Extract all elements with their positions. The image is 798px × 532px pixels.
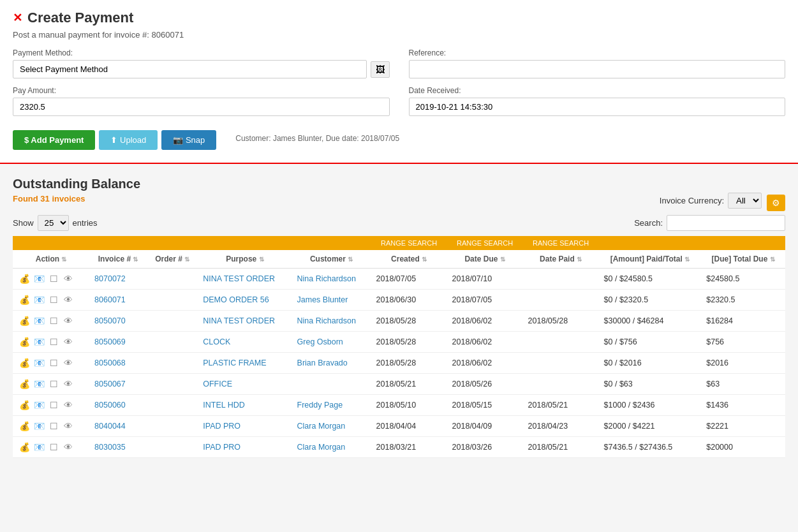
view-icon[interactable]: 👁 bbox=[62, 294, 75, 306]
action-buttons: $ Add Payment ⬆ Upload 📷 Snap bbox=[13, 130, 216, 150]
snap-button[interactable]: 📷 Snap bbox=[161, 130, 216, 150]
view-icon[interactable]: 👁 bbox=[62, 441, 75, 453]
purpose-link[interactable]: NINA TEST ORDER bbox=[203, 316, 275, 325]
customer-link[interactable]: Clara Morgan bbox=[297, 443, 346, 452]
action-cell: 💰 📧 ☐ 👁 bbox=[13, 269, 89, 290]
customer-link[interactable]: Nina Richardson bbox=[297, 316, 356, 325]
customer-link[interactable]: Brian Bravado bbox=[297, 358, 348, 367]
email-icon[interactable]: 📧 bbox=[33, 378, 45, 390]
total-due-cell: $24580.5 bbox=[701, 269, 785, 290]
invoice-link[interactable]: 8050068 bbox=[94, 358, 126, 367]
pay-icon[interactable]: 💰 bbox=[18, 357, 31, 369]
table-row: 💰 📧 ☐ 👁 8050060 INTEL HDD Freddy Page 20… bbox=[13, 395, 785, 416]
email-icon[interactable]: 📧 bbox=[33, 357, 45, 369]
invoice-link[interactable]: 8050069 bbox=[94, 337, 126, 346]
pay-icon[interactable]: 💰 bbox=[18, 273, 31, 284]
checkbox-icon[interactable]: ☐ bbox=[47, 441, 60, 453]
checkbox-icon[interactable]: ☐ bbox=[47, 420, 60, 432]
purpose-link[interactable]: CLOCK bbox=[203, 337, 230, 346]
view-icon[interactable]: 👁 bbox=[62, 420, 75, 432]
paid-total-cell: $2000 / $4221 bbox=[599, 416, 702, 437]
col-purpose[interactable]: Purpose ⇅ bbox=[198, 250, 292, 269]
invoice-link[interactable]: 8050067 bbox=[94, 380, 126, 388]
action-cell: 💰 📧 ☐ 👁 bbox=[13, 353, 89, 374]
paid-total-cell: $0 / $24580.5 bbox=[599, 269, 702, 290]
customer-cell: Clara Morgan bbox=[292, 416, 371, 437]
checkbox-icon[interactable]: ☐ bbox=[47, 399, 60, 411]
dollar-icon: $ bbox=[24, 135, 31, 145]
invoice-link[interactable]: 8060071 bbox=[94, 295, 126, 304]
pay-icon[interactable]: 💰 bbox=[18, 294, 31, 306]
reference-input[interactable] bbox=[409, 60, 786, 78]
view-icon[interactable]: 👁 bbox=[62, 357, 75, 369]
currency-select[interactable]: All bbox=[728, 193, 762, 209]
col-order[interactable]: Order # ⇅ bbox=[147, 250, 198, 269]
email-icon[interactable]: 📧 bbox=[33, 336, 45, 348]
email-icon[interactable]: 📧 bbox=[33, 399, 45, 411]
checkbox-icon[interactable]: ☐ bbox=[47, 378, 60, 390]
created-cell: 2018/05/21 bbox=[371, 374, 447, 395]
email-icon[interactable]: 📧 bbox=[33, 441, 45, 453]
purpose-link[interactable]: INTEL HDD bbox=[203, 401, 245, 410]
purpose-link[interactable]: NINA TEST ORDER bbox=[203, 274, 275, 283]
invoice-cell: 8050067 bbox=[89, 374, 147, 395]
add-payment-button[interactable]: $ Add Payment bbox=[13, 130, 95, 150]
col-date-paid[interactable]: Date Paid ⇅ bbox=[523, 250, 599, 269]
invoice-link[interactable]: 8070072 bbox=[94, 274, 126, 283]
email-icon[interactable]: 📧 bbox=[33, 420, 45, 432]
purpose-link[interactable]: OFFICE bbox=[203, 380, 232, 388]
close-icon[interactable]: ✕ bbox=[13, 11, 22, 25]
view-icon[interactable]: 👁 bbox=[62, 399, 75, 411]
col-invoice[interactable]: Invoice # ⇅ bbox=[89, 250, 147, 269]
col-date-due[interactable]: Date Due ⇅ bbox=[447, 250, 523, 269]
col-paid-total[interactable]: [Amount] Paid/Total ⇅ bbox=[599, 250, 702, 269]
pay-icon[interactable]: 💰 bbox=[18, 378, 31, 390]
pay-icon[interactable]: 💰 bbox=[18, 441, 31, 453]
view-icon[interactable]: 👁 bbox=[62, 273, 75, 284]
checkbox-icon[interactable]: ☐ bbox=[47, 273, 60, 284]
checkbox-icon[interactable]: ☐ bbox=[47, 357, 60, 369]
customer-link[interactable]: Clara Morgan bbox=[297, 422, 346, 431]
customer-link[interactable]: Nina Richardson bbox=[297, 274, 356, 283]
date-received-input[interactable] bbox=[409, 98, 786, 116]
col-customer[interactable]: Customer ⇅ bbox=[292, 250, 371, 269]
payment-method-select-row: Select Payment Method 🖼 bbox=[13, 60, 390, 78]
invoice-link[interactable]: 8040044 bbox=[94, 422, 126, 431]
email-icon[interactable]: 📧 bbox=[33, 273, 45, 284]
buttons-customer-row: $ Add Payment ⬆ Upload 📷 Snap Customer: … bbox=[13, 124, 785, 150]
purpose-link[interactable]: IPAD PRO bbox=[203, 422, 240, 431]
upload-button[interactable]: ⬆ Upload bbox=[99, 130, 158, 150]
view-icon[interactable]: 👁 bbox=[62, 378, 75, 390]
created-cell: 2018/05/10 bbox=[371, 395, 447, 416]
view-icon[interactable]: 👁 bbox=[62, 315, 75, 327]
checkbox-icon[interactable]: ☐ bbox=[47, 336, 60, 348]
pay-icon[interactable]: 💰 bbox=[18, 399, 31, 411]
settings-button[interactable]: ⚙ bbox=[767, 195, 785, 211]
invoice-link[interactable]: 8030035 bbox=[94, 443, 126, 452]
entries-select[interactable]: 25 bbox=[38, 215, 69, 231]
customer-link[interactable]: James Blunter bbox=[297, 295, 348, 304]
payment-method-select[interactable]: Select Payment Method bbox=[13, 60, 367, 78]
purpose-link[interactable]: IPAD PRO bbox=[203, 443, 240, 452]
email-icon[interactable]: 📧 bbox=[33, 294, 45, 306]
purpose-link[interactable]: DEMO ORDER 56 bbox=[203, 295, 269, 304]
customer-link[interactable]: Greg Osborn bbox=[297, 337, 343, 346]
col-created[interactable]: Created ⇅ bbox=[371, 250, 447, 269]
table-row: 💰 📧 ☐ 👁 8050069 CLOCK Greg Osborn 2018/0… bbox=[13, 332, 785, 353]
pay-icon[interactable]: 💰 bbox=[18, 336, 31, 348]
view-icon[interactable]: 👁 bbox=[62, 336, 75, 348]
checkbox-icon[interactable]: ☐ bbox=[47, 294, 60, 306]
pay-icon[interactable]: 💰 bbox=[18, 420, 31, 432]
date-paid-cell bbox=[523, 374, 599, 395]
invoice-link[interactable]: 8050070 bbox=[94, 316, 126, 325]
search-input[interactable] bbox=[667, 215, 785, 231]
pay-amount-input[interactable] bbox=[13, 98, 390, 116]
customer-link[interactable]: Freddy Page bbox=[297, 401, 343, 410]
col-total-due[interactable]: [Due] Total Due ⇅ bbox=[701, 250, 785, 269]
invoice-link[interactable]: 8050060 bbox=[94, 401, 126, 410]
email-icon[interactable]: 📧 bbox=[33, 315, 45, 327]
purpose-link[interactable]: PLASTIC FRAME bbox=[203, 358, 266, 367]
payment-method-icon-btn[interactable]: 🖼 bbox=[371, 61, 390, 78]
pay-icon[interactable]: 💰 bbox=[18, 315, 31, 327]
checkbox-icon[interactable]: ☐ bbox=[47, 315, 60, 327]
